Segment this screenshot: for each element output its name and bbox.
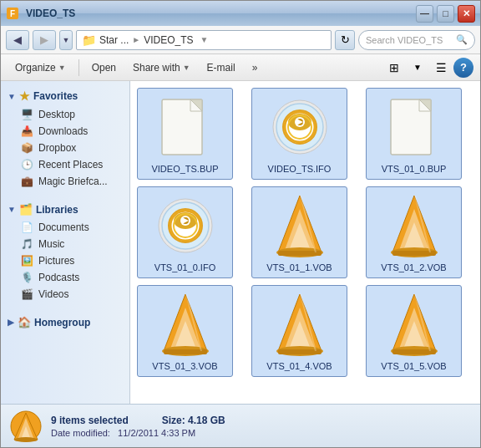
homegroup-icon: 🏠 xyxy=(18,316,31,328)
breadcrumb-part1: Star ... xyxy=(99,34,129,46)
ifo-icon-svg2 xyxy=(155,196,215,256)
view-dropdown[interactable]: ▼ xyxy=(407,58,428,78)
file-label: VTS_01_0.IFO xyxy=(154,262,215,272)
magic-icon: 💼 xyxy=(21,176,33,187)
file-item-vts01-1-vob[interactable]: VTS_01_1.VOB xyxy=(251,186,347,278)
favorites-header[interactable]: ▼ ★ Favorites xyxy=(1,86,129,106)
homegroup-header[interactable]: ▶ 🏠 Homegroup xyxy=(1,313,129,332)
downloads-icon: 📥 xyxy=(21,125,33,137)
file-item-vts01-4-vob[interactable]: VTS_01_4.VOB xyxy=(251,285,347,377)
homegroup-label: Homegroup xyxy=(34,317,90,328)
sidebar-item-downloads[interactable]: 📥 Downloads xyxy=(1,123,129,140)
address-path[interactable]: 📁 Star ... ► VIDEO_TS ▼ xyxy=(76,30,332,50)
file-label: VTS_01_3.VOB xyxy=(152,361,217,371)
sidebar-item-desktop[interactable]: 🖥️ Desktop xyxy=(1,106,129,123)
blank-file-svg2 xyxy=(389,98,439,156)
explorer-window: F VIDEO_TS — □ ✕ ◀ ▶ ▼ 📁 Star ... ► VIDE… xyxy=(0,0,481,448)
maximize-button[interactable]: □ xyxy=(437,5,454,23)
documents-icon: 📄 xyxy=(21,221,33,233)
breadcrumb-sep: ► xyxy=(132,35,140,44)
view-controls: ⊞ ▼ ☰ ? xyxy=(383,58,473,78)
desktop-icon: 🖥️ xyxy=(21,109,33,120)
file-icon-bup2 xyxy=(381,94,448,160)
file-icon-vob1 xyxy=(266,192,333,259)
file-item-vts01-2-vob[interactable]: VTS_01_2.VOB xyxy=(366,186,462,278)
open-button[interactable]: Open xyxy=(84,58,124,78)
file-label: VTS_01_1.VOB xyxy=(266,262,332,272)
file-item-video-ts-ifo[interactable]: VIDEO_TS.IFO xyxy=(251,88,347,180)
sidebar-item-music[interactable]: 🎵 Music xyxy=(1,236,129,252)
file-item-video-ts-bup[interactable]: VIDEO_TS.BUP xyxy=(137,88,233,180)
email-button[interactable]: E-mail xyxy=(200,58,243,78)
forward-button[interactable]: ▶ xyxy=(33,30,56,50)
view-large-icon[interactable]: ⊞ xyxy=(383,58,405,78)
refresh-button[interactable]: ↻ xyxy=(335,30,355,50)
pictures-icon: 🖼️ xyxy=(21,255,33,267)
more-button[interactable]: » xyxy=(245,58,266,78)
view-details[interactable]: ☰ xyxy=(430,58,452,78)
vlc-cone-svg xyxy=(270,192,330,259)
file-item-vts01-5-vob[interactable]: VTS_01_5.VOB xyxy=(366,285,462,377)
file-item-vts01-3-vob[interactable]: VTS_01_3.VOB xyxy=(137,285,233,377)
organize-button[interactable]: Organize ▼ xyxy=(8,58,73,78)
file-grid: VIDEO_TS.BUP xyxy=(137,88,473,377)
dropdown-arrow: ▼ xyxy=(200,35,209,44)
file-item-vts01-0-bup[interactable]: VTS_01_0.BUP xyxy=(366,88,462,180)
sidebar-item-documents[interactable]: 📄 Documents xyxy=(1,219,129,236)
main-content: ▼ ★ Favorites 🖥️ Desktop 📥 Downloads 📦 D… xyxy=(1,81,480,404)
share-with-button[interactable]: Share with ▼ xyxy=(125,58,198,78)
recent-button[interactable]: ▼ xyxy=(59,30,73,50)
file-icon-vob3 xyxy=(152,291,219,358)
svg-point-65 xyxy=(14,437,38,442)
sidebar-item-podcasts[interactable]: 🎙️ Podcasts xyxy=(1,269,129,286)
recent-icon: 🕒 xyxy=(21,159,33,171)
file-label: VIDEO_TS.BUP xyxy=(151,164,218,174)
vlc-cone-svg5 xyxy=(384,291,444,358)
sidebar-item-pictures[interactable]: 🖼️ Pictures xyxy=(1,252,129,269)
back-button[interactable]: ◀ xyxy=(6,30,29,50)
breadcrumb-part2: VIDEO_TS xyxy=(144,34,193,46)
organize-dropdown-icon: ▼ xyxy=(58,64,66,72)
close-button[interactable]: ✕ xyxy=(458,5,475,23)
toolbar: Organize ▼ Open Share with ▼ E-mail » ⊞ … xyxy=(1,54,480,81)
status-date: Date modified: 11/2/2011 4:33 PM xyxy=(51,428,472,438)
file-label: VTS_01_0.BUP xyxy=(382,164,447,174)
sidebar-item-recent[interactable]: 🕒 Recent Places xyxy=(1,156,129,173)
window-title: VIDEO_TS xyxy=(23,8,413,19)
libraries-header[interactable]: ▼ 🗂️ Libraries xyxy=(1,200,129,219)
file-label: VTS_01_5.VOB xyxy=(381,361,446,371)
minimize-button[interactable]: — xyxy=(416,5,433,23)
sidebar-item-dropbox[interactable]: 📦 Dropbox xyxy=(1,140,129,156)
file-area[interactable]: VIDEO_TS.BUP xyxy=(130,81,480,404)
svg-rect-17 xyxy=(391,99,431,155)
file-icon-bup xyxy=(152,94,219,160)
sidebar-item-magic[interactable]: 💼 Magic Briefca... xyxy=(1,173,129,190)
file-item-vts01-0-ifo[interactable]: VTS_01_0.IFO xyxy=(137,186,233,278)
libraries-icon: 🗂️ xyxy=(19,203,33,216)
file-icon-ifo2 xyxy=(152,192,219,259)
sidebar: ▼ ★ Favorites 🖥️ Desktop 📥 Downloads 📦 D… xyxy=(1,81,130,404)
homegroup-expand-icon: ▶ xyxy=(8,318,14,327)
ifo-icon-svg xyxy=(270,97,330,157)
sidebar-item-videos[interactable]: 🎬 Videos xyxy=(1,286,129,303)
search-icon: 🔍 xyxy=(456,34,468,45)
libraries-section: ▼ 🗂️ Libraries 📄 Documents 🎵 Music 🖼️ Pi… xyxy=(1,200,129,303)
favorites-section: ▼ ★ Favorites 🖥️ Desktop 📥 Downloads 📦 D… xyxy=(1,86,129,190)
toolbar-separator xyxy=(78,59,79,76)
svg-text:F: F xyxy=(10,9,15,18)
favorites-expand-icon: ▼ xyxy=(8,92,16,101)
music-icon: 🎵 xyxy=(21,238,33,250)
file-icon-vob4 xyxy=(266,291,333,358)
status-text: 9 items selected Size: 4.18 GB Date modi… xyxy=(51,415,472,438)
libraries-expand-icon: ▼ xyxy=(8,205,16,214)
help-button[interactable]: ? xyxy=(453,58,473,78)
file-icon-vob2 xyxy=(381,192,448,259)
status-bar: 9 items selected Size: 4.18 GB Date modi… xyxy=(1,404,480,447)
address-bar: ◀ ▶ ▼ 📁 Star ... ► VIDEO_TS ▼ ↻ Search V… xyxy=(1,26,480,54)
homegroup-section: ▶ 🏠 Homegroup xyxy=(1,313,129,332)
videos-icon: 🎬 xyxy=(21,288,33,300)
favorites-label: Favorites xyxy=(33,90,78,102)
search-box[interactable]: Search VIDEO_TS 🔍 xyxy=(358,30,475,50)
file-label: VTS_01_4.VOB xyxy=(266,361,332,371)
file-label: VIDEO_TS.IFO xyxy=(268,164,332,174)
